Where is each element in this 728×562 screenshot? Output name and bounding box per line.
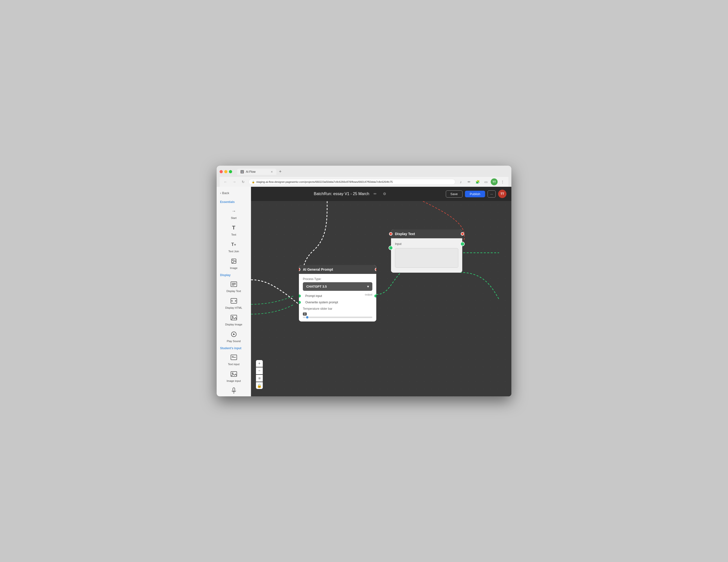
close-traffic-light[interactable] [220,170,223,173]
canvas-connections [251,201,511,396]
canvas[interactable]: AI General Prompt Process Type: CHATGPT … [251,201,511,396]
text-input-icon [229,353,238,362]
ai-prompt-output-connector[interactable] [375,268,376,271]
ai-prompt-body: Process Type: CHATGPT 3.5 ▾ Prompt input… [299,274,376,321]
address-bar[interactable]: 🔒 staging-ai-flow-designer.pagewerkz.com… [249,179,455,185]
sidebar-item-start[interactable]: → Start [217,205,251,221]
user-avatar[interactable]: TT [498,190,506,198]
header-center: BatchRun: essay V1 - 25 March ✏ ⚙ [314,191,388,197]
sidebar-item-image-input[interactable]: Image input [217,368,251,384]
app-header: BatchRun: essay V1 - 25 March ✏ ⚙ Save P… [251,187,511,201]
fit-view-button[interactable]: ⊞ [256,375,263,382]
tab-favicon-icon: 🤖 [240,170,244,174]
process-type-value: CHATGPT 3.5 [306,285,327,288]
extension-icon-3[interactable]: 🧩 [474,179,481,185]
overwrite-label: Overwrite system prompt [305,300,338,304]
ai-prompt-node[interactable]: AI General Prompt Process Type: CHATGPT … [299,265,376,321]
sidebar-item-text[interactable]: T Text [217,221,251,238]
voice-input-label: Voice input [227,396,240,396]
svg-marker-10 [233,333,235,335]
publish-button[interactable]: Publish [465,191,485,197]
text-icon: T [229,223,238,232]
process-type-select[interactable]: CHATGPT 3.5 ▾ [303,282,372,291]
tab-close-icon[interactable]: ✕ [271,170,273,174]
address-security-icon: 🔒 [252,181,255,183]
sidebar-item-image[interactable]: Image [217,255,251,272]
traffic-lights [220,170,232,173]
sidebar-item-text-join[interactable]: T+ Text Join [217,238,251,255]
slider-thumb[interactable] [306,315,309,319]
browser-titlebar: 🤖 Ai Flow ✕ + [220,168,508,175]
slider-track[interactable] [303,316,372,318]
image-input-label: Image input [227,379,241,382]
address-url: staging-ai-flow-designer.pagewerkz.com/p… [256,180,393,183]
browser-user-avatar[interactable]: TT [491,179,498,185]
display-text-output-connector[interactable] [461,232,464,236]
image-icon [229,257,238,266]
overwrite-row: Overwrite system prompt [303,300,372,304]
start-label: Start [231,217,237,220]
extension-icon-1[interactable]: ♪ [457,179,464,185]
display-text-output-connector-body[interactable] [460,242,465,246]
browser-tab[interactable]: 🤖 Ai Flow ✕ [237,169,276,175]
tab-title: Ai Flow [246,170,255,174]
section-label-essentials: Essentials [217,198,251,205]
zoom-out-button[interactable]: − [256,367,263,374]
text-join-label: Text Join [228,250,239,253]
save-button[interactable]: Save [446,191,462,198]
lock-button[interactable]: 🔒 [256,382,263,389]
display-text-label: Display Text [226,289,241,292]
display-text-icon [229,280,238,288]
header-right: Save Publish ··· TT [446,190,506,198]
prompt-input-connector[interactable] [299,294,301,298]
back-nav-button[interactable]: ← [222,179,229,185]
display-text-title: Display Text [395,232,415,236]
display-text-input-connector[interactable] [389,246,393,250]
sidebar-item-voice-input[interactable]: Voice input [217,384,251,396]
text-input-label: Text input [228,363,239,366]
ai-prompt-header: AI General Prompt [299,265,376,274]
back-button[interactable]: ‹ Back [217,190,251,196]
output-connector[interactable] [374,294,376,298]
sidebar-item-display-text[interactable]: Display Text [217,278,251,294]
svg-point-8 [232,316,233,317]
sidebar-item-display-image[interactable]: Display Image [217,311,251,328]
overwrite-input-connector[interactable] [299,300,301,304]
back-icon: ‹ [220,191,221,195]
ai-prompt-input-connector[interactable] [299,268,300,271]
forward-nav-button[interactable]: → [231,179,238,185]
text-label: Text [231,233,236,236]
process-type-label: Process Type: [303,277,372,281]
minimize-traffic-light[interactable] [224,170,227,173]
svg-point-1 [233,260,233,261]
back-label: Back [222,191,229,195]
display-text-node[interactable]: Display Text Input [391,230,462,273]
extension-icon-4[interactable]: ▭ [482,179,489,185]
prompt-input-label: Prompt input [305,294,322,298]
process-type-chevron: ▾ [367,285,369,288]
new-tab-button[interactable]: + [277,168,284,175]
tab-bar: 🤖 Ai Flow ✕ + [237,168,284,175]
sidebar-item-play-sound[interactable]: Play Sound [217,328,251,344]
settings-icon[interactable]: ⚙ [381,191,388,197]
browser-menu-icon[interactable]: ⋮ [499,179,506,185]
display-text-input-connector-header[interactable] [389,232,392,236]
image-input-icon [229,369,238,378]
display-html-icon [229,296,238,305]
display-html-label: Display HTML [225,306,242,309]
browser-toolbar: ← → ↻ 🔒 staging-ai-flow-designer.pagewer… [220,177,508,187]
extension-icon-2[interactable]: ✏ [466,179,473,185]
sidebar-item-text-input[interactable]: Text input [217,351,251,368]
sidebar-item-display-html[interactable]: Display HTML [217,294,251,311]
display-image-label: Display Image [225,323,242,326]
refresh-nav-button[interactable]: ↻ [240,179,247,185]
prompt-input-row: Prompt input output [303,294,372,298]
play-sound-label: Play Sound [227,340,240,342]
main-area: BatchRun: essay V1 - 25 March ✏ ⚙ Save P… [251,187,511,396]
maximize-traffic-light[interactable] [229,170,232,173]
edit-title-icon[interactable]: ✏ [372,191,378,197]
more-options-button[interactable]: ··· [488,191,496,198]
output-label: output [365,293,372,296]
display-text-textarea[interactable] [395,248,458,268]
zoom-in-button[interactable]: + [256,360,263,367]
